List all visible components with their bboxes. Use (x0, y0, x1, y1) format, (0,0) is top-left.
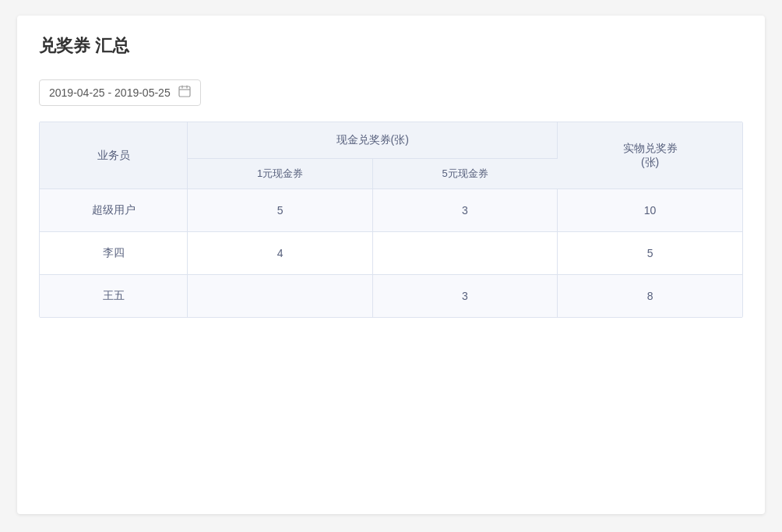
data-table-container: 业务员 现金兑奖券(张) 实物兑奖券 (张) 1元现金券 5元现金券 丽芝士兑奖… (39, 122, 743, 318)
cell-cash-1yuan (188, 275, 372, 318)
col-header-cash-1yuan: 1元现金券 (188, 159, 372, 189)
cell-lizishi: 8 (558, 275, 742, 318)
cell-agent: 超级用户 (40, 189, 188, 232)
col-header-physical-coupon: 实物兑奖券 (张) (558, 122, 742, 189)
cell-cash-1yuan: 5 (188, 189, 372, 232)
col-header-cash-coupon: 现金兑奖券(张) (188, 122, 558, 159)
cell-agent: 王五 (40, 275, 188, 318)
cell-lizishi: 5 (558, 232, 742, 275)
date-picker[interactable]: 2019-04-25 - 2019-05-25 (39, 79, 201, 106)
main-card: 兑奖券 汇总 2019-04-25 - 2019-05-25 业务员 现金兑奖券… (17, 16, 765, 514)
date-range-text: 2019-04-25 - 2019-05-25 (49, 86, 171, 99)
date-picker-wrapper: 2019-04-25 - 2019-05-25 (39, 79, 743, 106)
page-title: 兑奖券 汇总 (39, 34, 743, 58)
calendar-icon (178, 85, 191, 100)
table-row: 李四45 (40, 232, 742, 275)
col-header-agent: 业务员 (40, 122, 188, 189)
svg-rect-0 (179, 86, 190, 97)
table-row: 超级用户5310 (40, 189, 742, 232)
summary-table: 业务员 现金兑奖券(张) 实物兑奖券 (张) 1元现金券 5元现金券 丽芝士兑奖… (40, 122, 742, 317)
cell-cash-5yuan: 3 (372, 189, 557, 232)
table-body: 超级用户5310李四45王五38 (40, 189, 742, 318)
table-row: 王五38 (40, 275, 742, 318)
cell-lizishi: 10 (558, 189, 742, 232)
cell-cash-5yuan: 3 (372, 275, 557, 318)
cell-cash-5yuan (372, 232, 557, 275)
cell-agent: 李四 (40, 232, 188, 275)
col-header-cash-5yuan: 5元现金券 (372, 159, 557, 189)
cell-cash-1yuan: 4 (188, 232, 372, 275)
